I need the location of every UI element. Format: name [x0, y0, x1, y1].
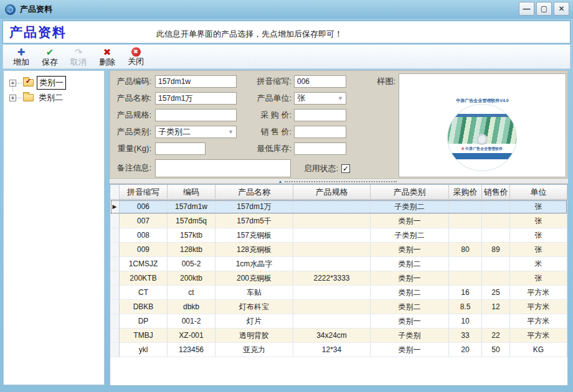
- enabled-checkbox[interactable]: ✓: [341, 164, 350, 173]
- column-header[interactable]: 产品规格: [293, 185, 371, 200]
- table-row[interactable]: ykl123456亚克力12*34类别一2050KG: [110, 343, 567, 357]
- category-select[interactable]: 子类别二▼: [155, 126, 237, 138]
- table-cell[interactable]: [482, 314, 510, 329]
- table-cell[interactable]: [449, 200, 482, 214]
- table-cell[interactable]: 80: [449, 243, 482, 257]
- table-cell[interactable]: [449, 257, 482, 271]
- table-cell[interactable]: DP: [120, 314, 168, 329]
- table-cell[interactable]: 子类别二: [371, 200, 449, 214]
- table-cell[interactable]: 157dm1万: [215, 200, 293, 214]
- tree-item-category1[interactable]: + ✔ 类别一: [4, 76, 66, 90]
- purchase-price-input[interactable]: [294, 109, 346, 121]
- column-header[interactable]: 编码: [168, 185, 215, 200]
- table-cell[interactable]: 10: [449, 314, 482, 329]
- table-cell[interactable]: [293, 243, 371, 257]
- table-cell[interactable]: 透明背胶: [215, 329, 293, 343]
- table-cell[interactable]: 008: [120, 228, 168, 243]
- table-cell[interactable]: ct: [168, 286, 215, 300]
- close-button[interactable]: ✕: [554, 2, 569, 16]
- table-cell[interactable]: [293, 214, 371, 228]
- table-cell[interactable]: 157dm1w: [168, 200, 215, 214]
- check-icon[interactable]: ✔: [46, 47, 54, 57]
- table-cell[interactable]: 类别一: [371, 243, 449, 257]
- table-cell[interactable]: 16: [449, 286, 482, 300]
- min-stock-input[interactable]: [294, 142, 346, 155]
- table-cell[interactable]: 1CMSJZ: [120, 257, 168, 271]
- collapse-splitter-icon[interactable]: ▲: [278, 180, 283, 184]
- table-cell[interactable]: 007: [120, 214, 168, 228]
- table-row[interactable]: 1CMSJZ005-21cm水晶字类别二米: [110, 257, 567, 271]
- table-cell[interactable]: KG: [510, 343, 567, 357]
- table-row[interactable]: CTct车贴类别二1625平方米: [110, 286, 567, 300]
- table-cell[interactable]: 123456: [168, 343, 215, 357]
- table-cell[interactable]: 8.5: [449, 300, 482, 314]
- table-cell[interactable]: 128克铜板: [215, 243, 293, 257]
- spec-input[interactable]: [155, 109, 237, 121]
- table-cell[interactable]: 1cm水晶字: [215, 257, 293, 271]
- table-cell[interactable]: 类别一: [371, 271, 449, 286]
- table-cell[interactable]: 车贴: [215, 286, 293, 300]
- table-cell[interactable]: 类别一: [371, 314, 449, 329]
- table-cell[interactable]: 亚克力: [215, 343, 293, 357]
- minimize-button[interactable]: —: [519, 2, 534, 16]
- table-row[interactable]: DP001-2灯片类别一10平方米: [110, 314, 567, 329]
- expand-icon[interactable]: +: [9, 95, 16, 101]
- table-cell[interactable]: [482, 228, 510, 243]
- table-row[interactable]: 007157dm5q157dm5千类别一张: [110, 214, 567, 228]
- table-cell[interactable]: 157dm5千: [215, 214, 293, 228]
- save-button[interactable]: ✔保存: [36, 45, 64, 68]
- table-cell[interactable]: DBKB: [120, 300, 168, 314]
- table-cell[interactable]: 平方米: [510, 314, 567, 329]
- table-cell[interactable]: 类别二: [371, 286, 449, 300]
- table-cell[interactable]: [293, 286, 371, 300]
- delete-button[interactable]: ✖删除: [93, 45, 121, 68]
- table-cell[interactable]: 子类别: [371, 329, 449, 343]
- dropdown-arrow-icon[interactable]: ▼: [338, 95, 343, 101]
- column-header[interactable]: 销售价: [482, 185, 510, 200]
- table-cell[interactable]: 张: [510, 200, 567, 214]
- table-cell[interactable]: 001-2: [168, 314, 215, 329]
- table-cell[interactable]: 50: [482, 343, 510, 357]
- remark-input[interactable]: [155, 159, 291, 177]
- table-row[interactable]: DBKBdbkb灯布科宝类别二8.512平方米: [110, 300, 567, 314]
- table-cell[interactable]: 157克铜板: [215, 228, 293, 243]
- pinyin-input[interactable]: [294, 75, 346, 88]
- maximize-button[interactable]: ▢: [536, 2, 552, 16]
- table-cell[interactable]: 平方米: [510, 329, 567, 343]
- table-cell[interactable]: 200KTB: [120, 271, 168, 286]
- table-cell[interactable]: 类别二: [371, 257, 449, 271]
- table-cell[interactable]: [482, 214, 510, 228]
- column-header[interactable]: 单位: [510, 185, 567, 200]
- table-cell[interactable]: 类别二: [371, 300, 449, 314]
- table-cell[interactable]: 2222*3333: [293, 271, 371, 286]
- table-cell[interactable]: [482, 271, 510, 286]
- table-cell[interactable]: [482, 257, 510, 271]
- table-cell[interactable]: 张: [510, 214, 567, 228]
- close-button[interactable]: ✖关闭: [121, 45, 150, 68]
- tree-item-label[interactable]: 类别一: [37, 76, 66, 90]
- table-cell[interactable]: [293, 257, 371, 271]
- table-cell[interactable]: 米: [510, 257, 567, 271]
- table-cell[interactable]: 张: [510, 271, 567, 286]
- table-cell[interactable]: [293, 314, 371, 329]
- table-cell[interactable]: 类别一: [371, 343, 449, 357]
- product-name-input[interactable]: [155, 92, 237, 105]
- table-cell[interactable]: 平方米: [510, 286, 567, 300]
- table-cell[interactable]: 157ktb: [168, 228, 215, 243]
- table-cell[interactable]: 005-2: [168, 257, 215, 271]
- expand-icon[interactable]: +: [9, 80, 16, 86]
- table-cell[interactable]: 128ktb: [168, 243, 215, 257]
- table-cell[interactable]: 平方米: [510, 300, 567, 314]
- table-row[interactable]: TMBJXZ-001透明背胶34x24cm子类别3322平方米: [110, 329, 567, 343]
- table-cell[interactable]: [293, 228, 371, 243]
- table-cell[interactable]: 灯片: [215, 314, 293, 329]
- plus-icon[interactable]: ✚: [17, 47, 26, 57]
- table-row[interactable]: 009128ktb128克铜板类别一8089张: [110, 243, 567, 257]
- column-header[interactable]: 产品类别: [371, 185, 449, 200]
- table-cell[interactable]: 灯布科宝: [215, 300, 293, 314]
- table-row[interactable]: 200KTB200ktb200克铜板2222*3333类别一张: [110, 271, 567, 286]
- table-cell[interactable]: [449, 271, 482, 286]
- tree-item-category2[interactable]: + 类别二: [4, 91, 65, 105]
- table-cell[interactable]: dbkb: [168, 300, 215, 314]
- add-button[interactable]: ✚增加: [7, 45, 36, 68]
